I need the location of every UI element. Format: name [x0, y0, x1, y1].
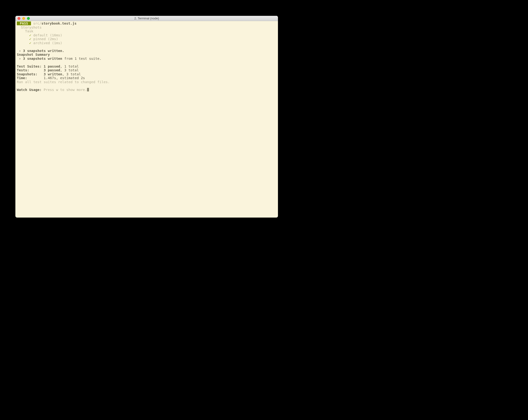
ran-message: Ran all test suites related to changed f… [17, 80, 110, 84]
time-label: Time: [17, 76, 44, 80]
test-file-dir: src/ [33, 22, 41, 25]
snapshot-summary-arrow: › [17, 57, 23, 60]
snaps-rest: , 3 total [62, 72, 81, 76]
tests-rest: , 3 total [60, 68, 79, 72]
terminal-window: 2. Terminal (node) PASS src/storybook.te… [15, 16, 278, 217]
test-name-1: pinned [33, 37, 46, 41]
cursor-icon [87, 88, 89, 91]
check-icon: ✓ [29, 33, 31, 37]
suite-nested: Task [25, 29, 33, 33]
titlebar[interactable]: 2. Terminal (node) [15, 16, 278, 21]
snapshot-arrow: › [17, 49, 23, 53]
test-name-0: default [33, 33, 48, 37]
check-icon: ✓ [29, 37, 31, 41]
close-icon[interactable] [17, 17, 20, 20]
suite-top: Storyshots [21, 25, 41, 29]
window-title: 2. Terminal (node) [15, 17, 278, 20]
pass-badge: PASS [17, 22, 31, 25]
snaps-label: Snapshots: [17, 72, 44, 76]
test-file-name: storybook.test.js [41, 22, 76, 25]
watch-label: Watch Usage: [17, 88, 44, 92]
snapshot-summary-label: Snapshot Summary [17, 53, 50, 57]
terminal-output[interactable]: PASS src/storybook.test.js Storyshots Ta… [15, 21, 278, 217]
test-time-0: (16ms) [50, 33, 62, 37]
snapshot-summary-rest: from 1 test suite. [62, 57, 101, 60]
check-icon: ✓ [29, 41, 31, 45]
minimize-icon[interactable] [22, 17, 25, 20]
test-time-1: (2ms) [48, 37, 58, 41]
suites-bold: 1 passed [44, 65, 60, 68]
tests-label: Tests: [17, 68, 44, 72]
tests-bold: 3 passed [44, 68, 60, 72]
snaps-bold: 3 written [44, 72, 62, 76]
test-time-2: (1ms) [52, 41, 62, 45]
watch-hint: Press w to show more. [44, 88, 87, 92]
test-name-2: archived [33, 41, 50, 45]
suites-label: Test Suites: [17, 65, 44, 68]
snapshot-header: 3 snapshots written. [23, 49, 64, 53]
traffic-lights [15, 17, 30, 20]
zoom-icon[interactable] [27, 17, 30, 20]
time-value: 1.467s, estimated 2s [44, 76, 85, 80]
suites-rest: , 1 total [60, 65, 79, 68]
snapshot-summary-bold: 3 snapshots written [23, 57, 62, 60]
